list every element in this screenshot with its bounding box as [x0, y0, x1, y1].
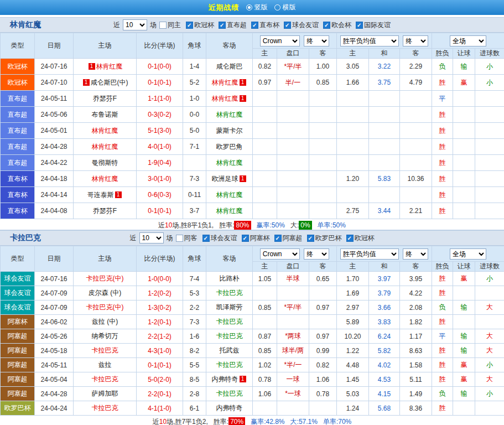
competition-checkbox[interactable]	[323, 22, 330, 29]
date-cell: 24-07-09	[35, 286, 74, 300]
result-cell: 平	[432, 91, 453, 107]
odds-stage-select[interactable]: 终	[304, 248, 329, 260]
competition-checkbox[interactable]	[202, 235, 210, 242]
handicap-result-cell	[453, 203, 475, 219]
competition-label: 欧罗巴杯	[315, 234, 342, 243]
match-row: 欧冠杯24-07-161林肯红魔0-1(0-0)1-4咸仑斯巴0.82*平/半1…	[1, 59, 504, 75]
competition-filter[interactable]: 直布杯	[251, 20, 279, 30]
corner-cell: 2-2	[183, 300, 206, 315]
competition-filter[interactable]: 欧罗巴杯	[307, 234, 342, 243]
competition-checkbox[interactable]	[346, 235, 354, 242]
avg-odds-select[interactable]: 胜平负均值	[340, 35, 399, 46]
same-venue-filter[interactable]: 同客	[176, 234, 198, 243]
rank-badge: 1	[240, 376, 246, 382]
type-cell: 直布超	[1, 107, 35, 123]
odds-stage-select[interactable]: 终	[304, 35, 329, 46]
team-link: 林肯红魔	[96, 63, 123, 70]
layout-option-vertical[interactable]: 竖版	[246, 3, 268, 12]
avg-stage-select[interactable]: 终	[403, 248, 428, 260]
odds-away-cell	[309, 286, 337, 300]
avg-home-cell: 1.24	[337, 401, 369, 416]
horizontal-radio[interactable]	[274, 4, 280, 11]
odds-handicap-cell	[277, 315, 309, 329]
corner-cell: 1-4	[183, 59, 206, 75]
same-venue-filter[interactable]: 同主	[159, 20, 181, 30]
odds-handicap-cell	[277, 203, 309, 219]
competition-checkbox[interactable]	[307, 235, 314, 242]
competition-filter[interactable]: 欧冠杯	[186, 20, 214, 30]
team-link: 林肯红魔	[212, 95, 238, 102]
avg-away-cell: 4.22	[400, 286, 432, 300]
competition-filter[interactable]: 球会友谊	[284, 20, 319, 30]
type-cell: 直布杯	[1, 203, 35, 219]
col-header-type: 类型	[1, 33, 35, 59]
competition-label: 直布超	[227, 20, 247, 30]
competition-label: 球会友谊	[211, 234, 237, 243]
competition-filter[interactable]: 阿塞杯	[242, 234, 270, 243]
type-cell: 阿塞超	[1, 329, 35, 344]
win-rate-badge: 80%	[234, 221, 251, 230]
home-team-cell: 哥连泰斯1	[74, 187, 137, 203]
result-cell: 胜	[432, 344, 453, 358]
goals-result-cell: 小	[475, 272, 504, 286]
competition-checkbox[interactable]	[251, 22, 258, 29]
odds-home-cell	[253, 203, 277, 219]
competition-checkbox[interactable]	[186, 22, 193, 29]
filters-bar: 近 10 场 同主 欧冠杯直布超直布杯球会友谊欧会杯国际友谊	[113, 19, 391, 30]
competition-checkbox[interactable]	[274, 235, 282, 242]
rounds-select[interactable]: 10	[139, 232, 164, 243]
avg-stage-select[interactable]: 终	[403, 35, 428, 46]
odds-handicap-cell: 半球	[277, 272, 309, 286]
competition-checkbox[interactable]	[356, 22, 363, 29]
result-cell: 胜	[432, 286, 453, 300]
avg-draw-cell: 5.82	[369, 344, 400, 358]
same-venue-checkbox[interactable]	[159, 22, 167, 29]
avg-odds-select[interactable]: 胜平负均值	[340, 248, 399, 260]
score-cell: 2-2(0-1)	[137, 387, 183, 401]
team-link: 哥连泰斯	[87, 191, 114, 199]
odds-away-cell: 1.06	[309, 372, 337, 387]
competition-filter[interactable]: 欧冠杯	[346, 234, 375, 243]
same-venue-checkbox[interactable]	[176, 235, 183, 242]
score-cell: 1-3(0-2)	[137, 300, 183, 315]
team-link: 卡拉巴克(中)	[86, 274, 124, 282]
date-cell: 24-04-28	[35, 139, 74, 155]
team-link: 托武兹	[220, 346, 240, 354]
col-header-odds-away: 客	[309, 262, 337, 272]
avg-draw-cell: 4.15	[369, 387, 400, 401]
match-row: 阿塞超24-05-26纳希切万2-2(1-2)1-6卡拉巴克0.87*两球0.9…	[1, 329, 504, 344]
team-link: 萨姆加耶	[92, 390, 118, 397]
bookmaker-select[interactable]: Crown	[260, 248, 300, 260]
competition-filter[interactable]: 欧会杯	[323, 20, 351, 30]
vertical-radio[interactable]	[246, 4, 252, 11]
avg-home-cell	[337, 91, 369, 107]
avg-draw-cell: 5.83	[369, 171, 400, 187]
competition-checkbox[interactable]	[219, 22, 226, 29]
avg-home-cell: 5.03	[337, 387, 369, 401]
scope-select[interactable]: 全场	[450, 35, 486, 46]
home-team-cell: 曼彻斯特	[74, 155, 137, 171]
competition-filter[interactable]: 国际友谊	[356, 20, 391, 30]
layout-option-horizontal[interactable]: 横版	[274, 3, 296, 12]
handicap-result-cell: 赢	[453, 358, 475, 372]
win-rate-badge: 70%	[228, 417, 245, 425]
team-link: 林肯红魔	[92, 175, 118, 183]
competition-label: 直布杯	[259, 20, 279, 30]
match-row: 直布超24-05-06布鲁诺斯0-3(0-2)0-0林肯红魔胜	[1, 107, 504, 123]
rounds-select[interactable]: 10	[123, 19, 147, 30]
odds-home-cell: 0.85	[253, 300, 277, 315]
competition-checkbox[interactable]	[284, 22, 291, 29]
odds-away-cell	[309, 155, 337, 171]
competition-checkbox[interactable]	[242, 235, 249, 242]
avg-away-cell	[400, 155, 432, 171]
away-team-cell: 托武兹	[206, 344, 253, 358]
away-team-cell: 卡拉巴克	[206, 358, 253, 372]
competition-filter[interactable]: 球会友谊	[202, 234, 237, 243]
competition-filter[interactable]: 直布超	[219, 20, 247, 30]
bookmaker-select[interactable]: Crown	[260, 35, 300, 46]
competition-filter[interactable]: 阿塞超	[274, 234, 303, 243]
corner-cell: 8-5	[183, 372, 206, 387]
near-label: 近	[113, 20, 120, 30]
home-team-cell: 卡拉巴克(中)	[74, 272, 137, 286]
scope-select[interactable]: 全场	[450, 248, 486, 260]
